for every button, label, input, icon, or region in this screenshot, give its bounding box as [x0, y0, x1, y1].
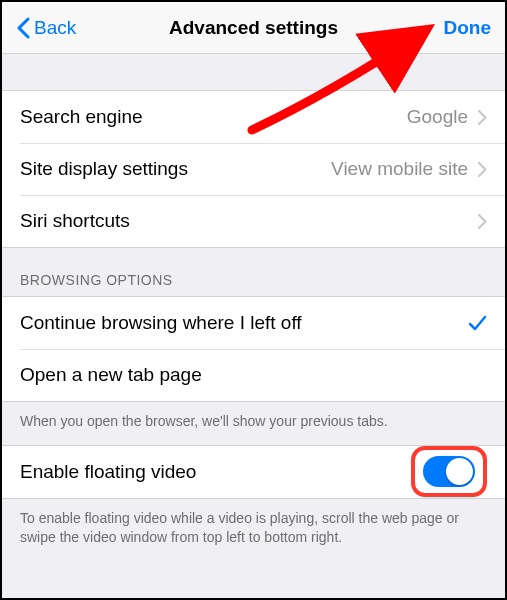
- row-value: View mobile site: [331, 158, 468, 180]
- row-value: Google: [407, 106, 468, 128]
- nav-header: Back Advanced settings Done: [2, 2, 505, 54]
- toggle-knob: [446, 458, 473, 485]
- row-label: Search engine: [20, 106, 407, 128]
- row-new-tab[interactable]: Open a new tab page: [2, 349, 505, 401]
- settings-group-floating: Enable floating video: [2, 445, 505, 499]
- settings-group-browsing: Continue browsing where I left off Open …: [2, 296, 505, 402]
- row-siri-shortcuts[interactable]: Siri shortcuts: [2, 195, 505, 247]
- floating-video-toggle[interactable]: [423, 456, 475, 487]
- chevron-right-icon: [478, 162, 487, 177]
- spacer: [2, 54, 505, 90]
- row-label: Siri shortcuts: [20, 210, 478, 232]
- row-label: Site display settings: [20, 158, 331, 180]
- back-label: Back: [34, 17, 76, 39]
- chevron-right-icon: [478, 214, 487, 229]
- chevron-left-icon: [16, 17, 30, 39]
- footer-text-floating: To enable floating video while a video i…: [2, 499, 505, 561]
- row-search-engine[interactable]: Search engine Google: [2, 91, 505, 143]
- row-label: Open a new tab page: [20, 364, 487, 386]
- checkmark-icon: [467, 313, 487, 333]
- row-continue-browsing[interactable]: Continue browsing where I left off: [2, 297, 505, 349]
- row-floating-video: Enable floating video: [2, 446, 505, 498]
- row-label: Continue browsing where I left off: [20, 312, 467, 334]
- annotation-highlight: [411, 446, 487, 497]
- section-header-browsing: BROWSING OPTIONS: [2, 248, 505, 296]
- done-button[interactable]: Done: [444, 17, 492, 39]
- settings-group-main: Search engine Google Site display settin…: [2, 90, 505, 248]
- chevron-right-icon: [478, 110, 487, 125]
- footer-text-browsing: When you open the browser, we'll show yo…: [2, 402, 505, 445]
- back-button[interactable]: Back: [16, 17, 76, 39]
- row-label: Enable floating video: [20, 461, 411, 483]
- page-title: Advanced settings: [169, 17, 338, 39]
- row-site-display[interactable]: Site display settings View mobile site: [2, 143, 505, 195]
